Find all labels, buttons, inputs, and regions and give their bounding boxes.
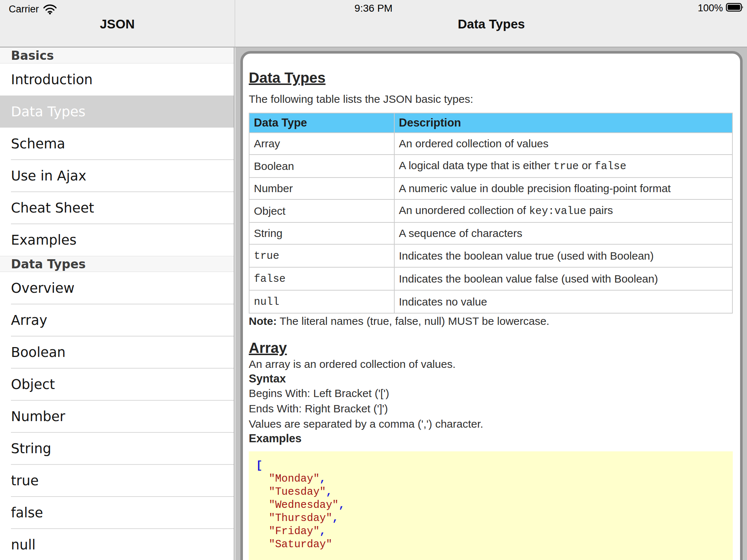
table-row: trueIndicates the boolean value true (us… <box>249 244 732 267</box>
inline-code: null <box>254 296 279 308</box>
text-segment: Indicates no value <box>399 296 487 308</box>
sidebar-item-object[interactable]: Object <box>0 368 234 400</box>
text-segment: An ordered collection of values <box>399 137 549 149</box>
code-whitespace <box>256 525 269 537</box>
description-cell: Indicates no value <box>394 290 733 313</box>
data-type-cell: String <box>249 222 394 244</box>
table-row: falseIndicates the boolean value false (… <box>249 267 732 290</box>
code-whitespace <box>256 486 269 498</box>
sidebar-item-use-in-ajax[interactable]: Use in Ajax <box>0 160 234 192</box>
sidebar[interactable]: BasicsIntroductionData TypesSchemaUse in… <box>0 47 235 560</box>
intro-paragraph: The following table lists the JSON basic… <box>249 92 733 107</box>
code-whitespace <box>256 538 269 551</box>
array-heading: Array <box>249 339 733 357</box>
text-segment: An unordered collection of <box>399 204 529 216</box>
time-label: 9:36 PM <box>0 3 747 14</box>
data-type-cell: Number <box>249 178 394 199</box>
column-header-description: Description <box>394 113 733 133</box>
text-segment: Indicates the boolean value true (used w… <box>399 250 654 262</box>
sidebar-item-true[interactable]: true <box>0 464 234 497</box>
status-right: 100% <box>698 2 744 14</box>
code-whitespace <box>256 473 269 485</box>
text-segment: A sequence of characters <box>399 227 523 239</box>
code-punctuation: , <box>338 499 345 511</box>
inline-code: false <box>254 273 286 285</box>
text-segment: A numeric value in double precision floa… <box>399 182 671 194</box>
code-whitespace <box>256 512 269 524</box>
code-line: "Friday", <box>256 525 729 538</box>
inline-code: key:value <box>529 205 586 217</box>
sidebar-item-null[interactable]: null <box>0 529 234 560</box>
description-cell: Indicates the boolean value false (used … <box>394 267 733 290</box>
table-row: nullIndicates no value <box>249 290 732 313</box>
table-row: StringA sequence of characters <box>249 222 732 244</box>
data-type-cell: true <box>249 244 394 267</box>
text-segment: pairs <box>586 204 613 216</box>
data-type-cell: false <box>249 267 394 290</box>
code-line: "Wednesday", <box>256 499 729 512</box>
code-punctuation: , <box>320 525 326 537</box>
doc-card: Data Types The following table lists the… <box>240 51 743 560</box>
battery-icon <box>726 2 744 14</box>
data-type-cell: null <box>249 290 394 313</box>
note-label: Note: <box>249 315 277 327</box>
data-type-cell: Object <box>249 199 394 222</box>
array-description: An array is an ordered collection of val… <box>249 357 733 372</box>
code-line: "Saturday" <box>256 538 729 551</box>
code-line: "Thursday", <box>256 512 729 525</box>
code-punctuation: [ <box>256 460 262 472</box>
examples-heading: Examples <box>249 432 733 446</box>
syntax-heading: Syntax <box>249 372 733 386</box>
content-pane[interactable]: Data Types The following table lists the… <box>235 47 747 560</box>
sidebar-item-number[interactable]: Number <box>0 400 234 432</box>
syntax-line: Begins With: Left Bracket ('[') <box>249 386 733 401</box>
code-block: [ "Monday", "Tuesday", "Wednesday", "Thu… <box>249 451 733 560</box>
text-segment: Boolean <box>254 160 294 172</box>
sidebar-item-boolean[interactable]: Boolean <box>0 336 234 368</box>
text-segment: Indicates the boolean value false (used … <box>399 273 658 285</box>
table-row: ArrayAn ordered collection of values <box>249 133 732 155</box>
sidebar-item-array[interactable]: Array <box>0 304 234 336</box>
code-string: "Tuesday" <box>269 486 326 498</box>
column-header-data-type: Data Type <box>249 113 394 133</box>
sidebar-section-header-basics: Basics <box>0 47 234 63</box>
inline-code: false <box>595 160 626 172</box>
content-nav-title: Data Types <box>236 17 747 31</box>
description-cell: A logical data type that is either true … <box>394 155 733 178</box>
code-string: "Saturday" <box>269 538 332 551</box>
status-and-nav-bar: Carrier 9:36 PM 100% JSON <box>0 0 747 47</box>
sidebar-section-header-data-types: Data Types <box>0 256 234 272</box>
data-type-cell: Boolean <box>249 155 394 178</box>
description-cell: An ordered collection of values <box>394 133 733 155</box>
sidebar-item-schema[interactable]: Schema <box>0 128 234 160</box>
text-segment: Object <box>254 205 286 217</box>
sidebar-item-introduction[interactable]: Introduction <box>0 63 234 96</box>
syntax-line: Values are separated by a comma (',') ch… <box>249 416 733 432</box>
sidebar-item-examples[interactable]: Examples <box>0 224 234 256</box>
sidebar-nav-title: JSON <box>0 17 235 31</box>
inline-code: true <box>553 160 579 172</box>
sidebar-item-overview[interactable]: Overview <box>0 272 234 304</box>
text-segment: Array <box>254 137 280 149</box>
inline-code: true <box>254 250 279 262</box>
sidebar-item-cheat-sheet[interactable]: Cheat Sheet <box>0 192 234 224</box>
syntax-lines: Begins With: Left Bracket ('[')Ends With… <box>249 386 733 432</box>
code-line: "Monday", <box>256 472 729 486</box>
note-text: The literal names (true, false, null) MU… <box>277 315 550 327</box>
types-table: Data TypeDescription ArrayAn ordered col… <box>249 113 733 314</box>
syntax-line: Ends With: Right Bracket (']') <box>249 401 733 416</box>
sidebar-item-string[interactable]: String <box>0 432 234 464</box>
sidebar-item-false[interactable]: false <box>0 497 234 529</box>
text-segment: String <box>254 227 282 239</box>
doc-page: Data Types The following table lists the… <box>243 54 740 560</box>
description-cell: Indicates the boolean value true (used w… <box>394 244 733 267</box>
description-cell: A sequence of characters <box>394 222 733 244</box>
text-segment: A logical data type that is either <box>399 159 554 171</box>
code-string: "Thursday" <box>269 512 332 524</box>
sidebar-list: BasicsIntroductionData TypesSchemaUse in… <box>0 47 234 560</box>
sidebar-item-data-types[interactable]: Data Types <box>0 96 234 128</box>
code-line: "Tuesday", <box>256 486 729 499</box>
data-type-cell: Array <box>249 133 394 155</box>
text-segment: Number <box>254 182 293 194</box>
code-whitespace <box>256 499 269 511</box>
